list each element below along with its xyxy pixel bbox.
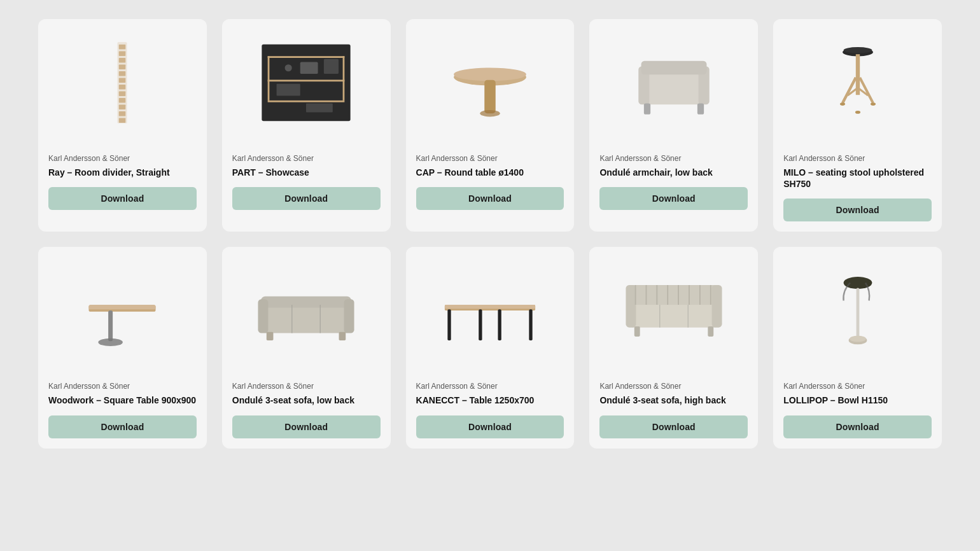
svg-rect-26 [484,80,496,114]
svg-point-42 [840,102,845,106]
product-title: KANECCT – Table 1250x700 [416,394,564,406]
card-body: Karl Andersson & SönerOndulé armchair, l… [589,146,758,220]
svg-rect-64 [629,285,719,305]
product-card-ray-room-divider: Karl Andersson & SönerRay – Room divider… [38,19,207,232]
svg-point-82 [850,336,866,342]
svg-rect-31 [641,61,706,74]
svg-rect-65 [626,285,636,328]
svg-rect-59 [447,310,451,341]
download-button-lollipop-bowl[interactable]: Download [783,415,932,438]
download-button-ondule-sofa-low[interactable]: Download [232,415,381,438]
product-title: MILO – seating stool upholstered SH750 [783,167,932,190]
svg-rect-51 [258,300,269,333]
card-body: Karl Andersson & SönerRay – Room divider… [38,146,207,220]
product-card-kanecct-table: Karl Andersson & SönerKANECCT – Table 12… [406,247,575,448]
product-brand: Karl Andersson & Söner [48,382,197,391]
svg-rect-55 [267,332,274,340]
product-image [222,19,391,146]
card-body: Karl Andersson & SönerOndulé 3-seat sofa… [589,374,758,448]
svg-rect-61 [479,310,482,341]
product-card-milo-stool: Karl Andersson & SönerMILO – seating sto… [773,19,942,232]
svg-point-48 [99,338,123,346]
svg-rect-8 [119,92,126,97]
download-button-part-showcase[interactable]: Download [232,187,381,210]
card-body: Karl Andersson & SönerWoodwork – Square … [38,374,207,448]
svg-rect-60 [529,310,532,341]
download-button-milo-stool[interactable]: Download [783,199,932,221]
svg-rect-10 [119,105,126,110]
product-brand: Karl Andersson & Söner [48,154,197,163]
product-brand: Karl Andersson & Söner [783,154,932,163]
svg-rect-66 [711,285,722,328]
product-image [38,19,207,146]
product-card-part-showcase: Karl Andersson & SönerPART – ShowcaseDow… [222,19,391,232]
product-image [773,19,942,146]
download-button-ondule-sofa-high[interactable]: Download [599,415,748,438]
svg-rect-47 [109,310,113,341]
card-body: Karl Andersson & SönerOndulé 3-seat sofa… [222,374,391,448]
svg-point-44 [855,111,860,114]
product-image [589,247,758,374]
product-image [773,247,942,374]
svg-rect-62 [498,310,501,341]
svg-rect-17 [268,56,270,101]
svg-rect-32 [644,104,650,115]
svg-rect-2 [119,52,126,57]
download-button-kanecct-table[interactable]: Download [416,415,564,438]
product-image [38,247,207,374]
card-body: Karl Andersson & SönerPART – ShowcaseDow… [222,146,391,220]
product-title: Ondulé armchair, low back [599,167,748,178]
svg-rect-1 [119,45,126,50]
product-brand: Karl Andersson & Söner [232,382,381,391]
svg-rect-5 [119,71,126,76]
svg-rect-3 [119,58,126,63]
svg-rect-50 [261,296,351,308]
product-title: LOLLIPOP – Bowl H1150 [783,394,932,406]
product-card-cap-round-table: Karl Andersson & SönerCAP – Round table … [406,19,575,232]
card-body: Karl Andersson & SönerCAP – Round table … [406,146,575,220]
svg-rect-12 [119,118,126,123]
svg-rect-23 [306,104,333,113]
svg-rect-22 [277,84,300,96]
svg-rect-33 [697,104,704,115]
product-brand: Karl Andersson & Söner [416,382,564,391]
product-image [222,247,391,374]
svg-rect-46 [89,305,156,310]
product-card-ondule-sofa-high: Karl Andersson & SönerOndulé 3-seat sofa… [589,247,758,448]
product-grid: Karl Andersson & SönerRay – Room divider… [38,19,942,449]
product-card-woodwork-table: Karl Andersson & SönerWoodwork – Square … [38,247,207,448]
svg-rect-14 [268,56,345,58]
product-card-lollipop-bowl: Karl Andersson & SönerLOLLIPOP – Bowl H1… [773,247,942,448]
svg-rect-11 [119,111,126,116]
svg-rect-21 [324,59,339,74]
product-title: Ondulé 3-seat sofa, low back [232,394,381,406]
product-title: CAP – Round table ø1400 [416,167,564,178]
svg-rect-20 [300,62,318,74]
product-image [406,19,575,146]
product-brand: Karl Andersson & Söner [599,154,748,163]
svg-rect-69 [634,326,640,337]
card-body: Karl Andersson & SönerMILO – seating sto… [773,146,942,232]
product-title: Ray – Room divider, Straight [48,167,197,178]
svg-rect-15 [268,80,345,81]
product-brand: Karl Andersson & Söner [599,382,748,391]
svg-rect-58 [445,305,535,309]
product-brand: Karl Andersson & Söner [232,154,381,163]
product-image [406,247,575,374]
svg-rect-16 [268,101,345,102]
svg-rect-7 [119,85,126,90]
product-title: PART – Showcase [232,167,381,178]
download-button-ondule-armchair[interactable]: Download [599,187,748,210]
product-card-ondule-sofa-low: Karl Andersson & SönerOndulé 3-seat sofa… [222,247,391,448]
svg-rect-52 [344,300,354,333]
svg-point-43 [871,102,876,106]
download-button-ray-room-divider[interactable]: Download [48,187,197,210]
svg-rect-28 [641,72,706,104]
svg-point-25 [454,67,526,81]
svg-point-35 [843,47,872,53]
product-image [589,19,758,146]
card-body: Karl Andersson & SönerLOLLIPOP – Bowl H1… [773,374,942,448]
download-button-woodwork-table[interactable]: Download [48,415,197,438]
download-button-cap-round-table[interactable]: Download [416,187,564,210]
svg-point-27 [480,110,500,117]
